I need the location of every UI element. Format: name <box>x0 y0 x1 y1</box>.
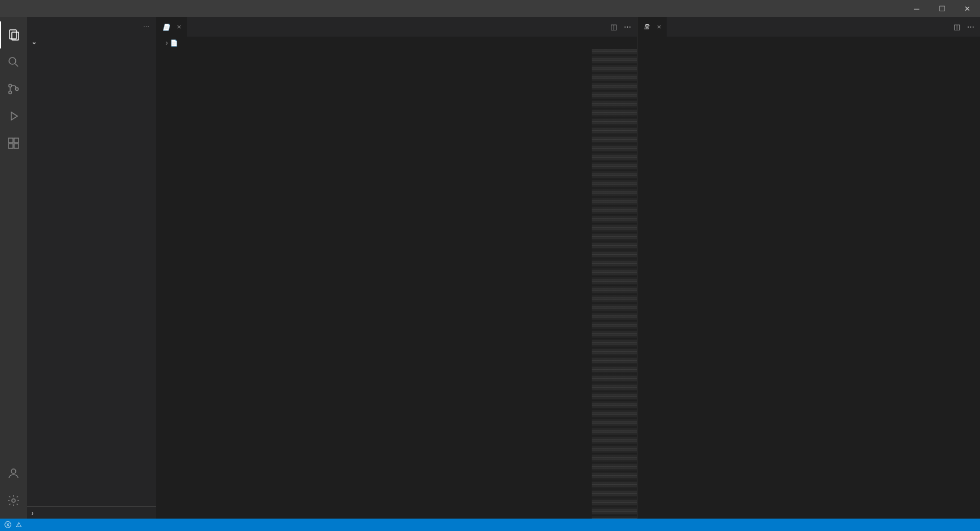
sidebar: ⋯ ⌄ › <box>27 17 157 519</box>
maximize-button[interactable]: ☐ <box>929 0 955 17</box>
editor-tabs: × ◫ ⋯ <box>157 17 637 37</box>
menu-bar <box>0 6 95 11</box>
menu-selection[interactable] <box>27 6 38 11</box>
editor-actions: ◫ ⋯ <box>610 17 637 37</box>
sidebar-header: ⋯ <box>27 17 156 37</box>
more-icon[interactable]: ⋯ <box>143 23 149 30</box>
outline-header[interactable]: › <box>27 506 156 519</box>
svg-rect-11 <box>14 138 19 143</box>
extensions-icon[interactable] <box>0 130 27 157</box>
menu-run[interactable] <box>61 6 72 11</box>
more-icon[interactable]: ⋯ <box>624 23 631 31</box>
file-icon <box>170 39 178 47</box>
split-icon[interactable]: ◫ <box>610 23 617 31</box>
menu-help[interactable] <box>83 6 95 11</box>
preview-actions: ◫ ⋯ <box>954 17 980 37</box>
svg-point-6 <box>16 88 19 91</box>
explorer-icon[interactable] <box>0 21 27 48</box>
svg-point-2 <box>9 57 16 64</box>
svg-rect-10 <box>14 144 19 148</box>
titlebar: ─ ☐ ✕ <box>0 0 980 17</box>
svg-rect-0 <box>10 30 16 39</box>
code-area[interactable] <box>185 49 592 519</box>
folder-header[interactable]: ⌄ <box>27 37 156 47</box>
svg-rect-9 <box>8 144 13 148</box>
svg-point-13 <box>12 499 15 502</box>
error-icon: ⓧ <box>5 520 11 530</box>
svg-marker-7 <box>11 112 17 120</box>
minimize-button[interactable]: ─ <box>904 0 929 17</box>
preview-icon: 🗎 <box>643 23 650 31</box>
menu-go[interactable] <box>50 6 61 11</box>
activity-bar <box>0 17 27 519</box>
close-button[interactable]: ✕ <box>955 0 980 17</box>
status-problems[interactable]: ⓧ ⚠ <box>5 520 24 530</box>
minimap[interactable] <box>592 49 637 519</box>
debug-icon[interactable] <box>0 103 27 130</box>
svg-point-5 <box>9 91 12 94</box>
tab-file[interactable]: × <box>157 17 188 37</box>
svg-line-3 <box>15 64 18 67</box>
chevron-down-icon: ⌄ <box>32 38 38 46</box>
preview-pane <box>637 37 980 519</box>
breadcrumb[interactable]: › <box>157 37 637 49</box>
source-control-icon[interactable] <box>0 76 27 103</box>
preview-content <box>637 37 651 519</box>
warning-icon: ⚠ <box>16 521 22 529</box>
svg-point-12 <box>11 469 16 474</box>
editor-right: 🗎 × ◫ ⋯ <box>637 17 980 519</box>
account-icon[interactable] <box>0 460 27 487</box>
menu-file[interactable] <box>5 6 16 11</box>
close-icon[interactable]: × <box>657 23 662 31</box>
window-controls: ─ ☐ ✕ <box>904 0 980 17</box>
more-icon[interactable]: ⋯ <box>967 23 974 31</box>
search-icon[interactable] <box>0 48 27 76</box>
chevron-right-icon: › <box>32 510 38 516</box>
editor-left: × ◫ ⋯ › <box>157 17 637 519</box>
close-icon[interactable]: × <box>177 23 181 31</box>
chevron-right-icon: › <box>166 39 168 47</box>
tab-preview[interactable]: 🗎 × <box>637 17 668 37</box>
preview-tabs: 🗎 × ◫ ⋯ <box>637 17 980 37</box>
file-icon <box>162 23 170 31</box>
file-tree <box>27 47 156 506</box>
line-numbers <box>157 49 185 519</box>
menu-view[interactable] <box>38 6 50 11</box>
svg-point-4 <box>9 85 12 87</box>
statusbar: ⓧ ⚠ <box>0 519 980 531</box>
split-icon[interactable]: ◫ <box>954 23 960 31</box>
settings-icon[interactable] <box>0 487 27 514</box>
menu-terminal[interactable] <box>72 6 83 11</box>
editor-content[interactable] <box>157 49 637 519</box>
svg-rect-8 <box>8 138 13 143</box>
menu-edit[interactable] <box>16 6 27 11</box>
